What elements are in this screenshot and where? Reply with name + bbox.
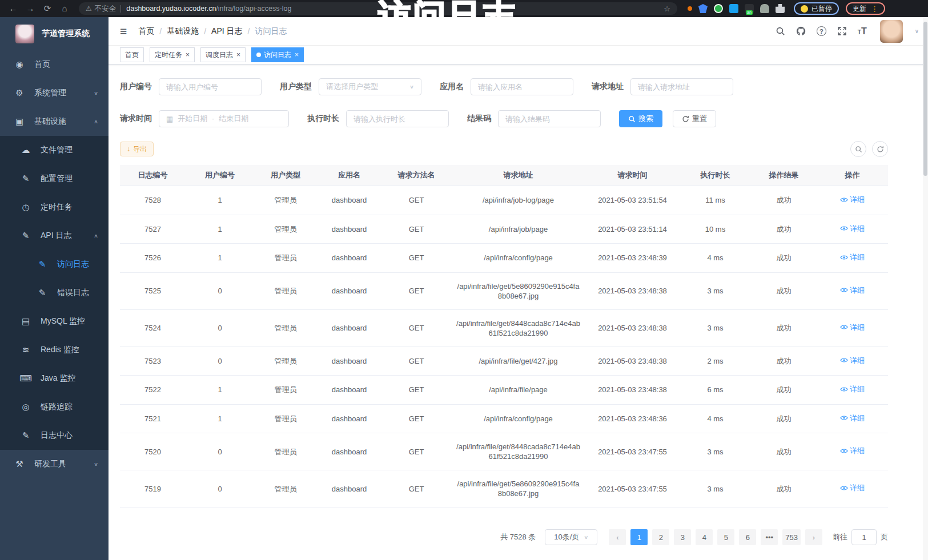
- close-icon[interactable]: ×: [236, 51, 240, 58]
- extensions-puzzle-icon[interactable]: [776, 4, 785, 13]
- sidebar-item-redis[interactable]: ≋ Redis 监控: [0, 336, 109, 364]
- extension-an-icon[interactable]: [745, 4, 754, 13]
- help-icon[interactable]: ?: [817, 26, 826, 36]
- page-button-2[interactable]: 2: [652, 529, 669, 545]
- prev-page-button[interactable]: ‹: [609, 529, 626, 545]
- cell-user-id: 1: [186, 405, 254, 432]
- tab-定时任务[interactable]: 定时任务 ×: [150, 47, 195, 62]
- cell-user-id: 0: [186, 476, 254, 502]
- fullscreen-icon[interactable]: [837, 26, 847, 36]
- sidebar-item-java[interactable]: ⌨ Java 监控: [0, 364, 109, 393]
- sidebar-item-file[interactable]: ☁ 文件管理: [0, 136, 109, 164]
- bookmark-star-icon[interactable]: ☆: [664, 5, 670, 13]
- edit-icon: ✎: [35, 259, 49, 269]
- duration-input[interactable]: [346, 110, 449, 127]
- extension-green-icon[interactable]: [714, 4, 723, 13]
- close-icon[interactable]: ×: [186, 51, 190, 58]
- sidebar-item-system[interactable]: ⚙ 系统管理 ∨: [0, 79, 109, 107]
- cell-url: /api/infra/config/page: [451, 405, 585, 432]
- kebab-menu-icon[interactable]: ⋮: [871, 5, 878, 13]
- search-button[interactable]: 搜索: [619, 110, 662, 127]
- scrollbar-thumb[interactable]: [923, 22, 927, 176]
- sidebar-item-infra[interactable]: ▣ 基础设施 ∧: [0, 107, 109, 136]
- security-label[interactable]: 不安全: [95, 4, 116, 14]
- browser-forward-icon[interactable]: →: [23, 0, 38, 17]
- user-avatar[interactable]: [880, 20, 903, 43]
- column-header: 执行时长: [680, 165, 751, 186]
- detail-link[interactable]: 详细: [840, 413, 865, 423]
- date-range-picker[interactable]: ▦ 开始日期 - 结束日期: [159, 110, 289, 127]
- user-type-select[interactable]: 请选择用户类型 ∨: [319, 78, 421, 95]
- extension-ghost-icon[interactable]: [760, 4, 769, 13]
- sidebar-menu: ◉ 首页 ⚙ 系统管理 ∨ ▣ 基础设施 ∧ ☁ 文件管理 ✎ 配置管理 ◷ 定…: [0, 50, 109, 478]
- close-icon[interactable]: ×: [295, 51, 299, 58]
- tab-首页[interactable]: 首页: [120, 47, 144, 62]
- caret-down-icon[interactable]: ∨: [915, 28, 919, 34]
- sidebar-item-log-center[interactable]: ✎ 日志中心: [0, 421, 109, 450]
- page-button-1[interactable]: 1: [630, 529, 648, 545]
- goto-page-input[interactable]: [851, 529, 877, 545]
- app-logo[interactable]: 芋道管理系统: [0, 17, 109, 50]
- export-button[interactable]: ↓ 导出: [120, 142, 154, 156]
- sidebar-item-config[interactable]: ✎ 配置管理: [0, 164, 109, 193]
- detail-link[interactable]: 详细: [840, 384, 865, 394]
- browser-home-icon[interactable]: ⌂: [57, 0, 72, 17]
- sidebar-item-job[interactable]: ◷ 定时任务: [0, 193, 109, 221]
- reset-button[interactable]: 重置: [673, 110, 716, 127]
- update-button[interactable]: 更新 ⋮: [846, 2, 885, 15]
- detail-link[interactable]: 详细: [840, 252, 865, 262]
- tab-调度日志[interactable]: 调度日志 ×: [200, 47, 246, 62]
- extension-shield-icon[interactable]: [698, 4, 708, 13]
- sidebar-item-home[interactable]: ◉ 首页: [0, 50, 109, 79]
- browser-reload-icon[interactable]: ⟳: [40, 0, 55, 17]
- page-button-5[interactable]: 5: [717, 529, 734, 545]
- hamburger-icon[interactable]: ≡: [118, 25, 129, 38]
- detail-link[interactable]: 详细: [840, 483, 865, 493]
- cell-log-id: 7524: [120, 315, 186, 341]
- app-name-input[interactable]: [471, 78, 573, 95]
- cell-method: GET: [381, 277, 451, 304]
- refresh-table-button[interactable]: [872, 141, 888, 157]
- extension-blue-icon[interactable]: [729, 4, 738, 13]
- page-button-3[interactable]: 3: [674, 529, 691, 545]
- extension-orange-icon[interactable]: [688, 6, 692, 11]
- sidebar-item-api-log[interactable]: ✎ API 日志 ∧: [0, 221, 109, 250]
- detail-link[interactable]: 详细: [840, 224, 865, 233]
- tab-访问日志[interactable]: 访问日志 ×: [251, 47, 304, 62]
- result-code-input[interactable]: [498, 110, 601, 127]
- detail-link[interactable]: 详细: [840, 285, 865, 295]
- cell-time: 2021-05-03 23:48:36: [585, 405, 680, 432]
- cell-time: 2021-05-03 23:48:39: [585, 244, 680, 271]
- breadcrumb-item[interactable]: 基础设施: [167, 26, 199, 37]
- cell-app-name: dashboard: [317, 187, 381, 213]
- address-bar[interactable]: ⚠ 不安全 dashboard.yudao.iocoder.cn/infra/l…: [79, 2, 677, 15]
- user-id-input[interactable]: [159, 78, 262, 95]
- cell-log-id: 7527: [120, 216, 186, 243]
- page-button-6[interactable]: 6: [739, 529, 756, 545]
- detail-link[interactable]: 详细: [840, 446, 865, 456]
- sidebar-item-mysql[interactable]: ▤ MySQL 监控: [0, 307, 109, 336]
- github-icon[interactable]: [796, 26, 806, 36]
- toggle-search-button[interactable]: [850, 141, 866, 157]
- browser-back-icon[interactable]: ←: [6, 0, 21, 17]
- search-icon[interactable]: [776, 26, 785, 36]
- paused-badge[interactable]: 已暂停: [794, 2, 839, 15]
- page-size-select[interactable]: 10条/页 ∨: [545, 529, 597, 545]
- breadcrumb-item[interactable]: API 日志: [211, 26, 242, 37]
- page-button-4[interactable]: 4: [696, 529, 713, 545]
- sidebar-item-dev-tools[interactable]: ⚒ 研发工具 ∨: [0, 450, 109, 478]
- sidebar-item-error-log[interactable]: ✎ 错误日志: [0, 279, 109, 307]
- more-pages-button[interactable]: •••: [761, 529, 778, 545]
- sidebar-item-trace[interactable]: ◎ 链路追踪: [0, 393, 109, 421]
- sidebar-item-access-log[interactable]: ✎ 访问日志: [0, 250, 109, 279]
- detail-link[interactable]: 详细: [840, 195, 865, 204]
- page-button-753[interactable]: 753: [782, 529, 801, 545]
- detail-link[interactable]: 详细: [840, 356, 865, 365]
- breadcrumb-item[interactable]: 首页: [138, 26, 154, 37]
- log-icon: ✎: [19, 430, 33, 441]
- page-scrollbar[interactable]: [923, 17, 928, 560]
- request-url-input[interactable]: [630, 78, 733, 95]
- detail-link[interactable]: 详细: [840, 323, 865, 332]
- next-page-button[interactable]: ›: [805, 529, 822, 545]
- font-size-icon[interactable]: TT: [858, 26, 867, 37]
